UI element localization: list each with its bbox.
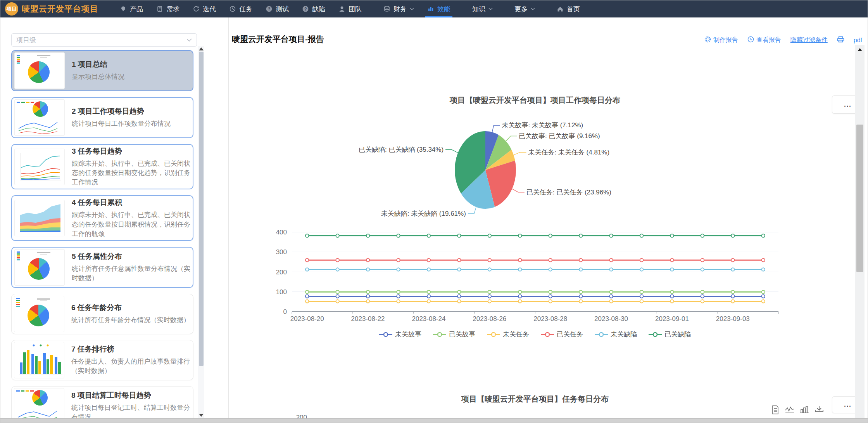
data-point[interactable]	[336, 268, 339, 271]
data-point[interactable]	[609, 258, 613, 262]
data-point[interactable]	[366, 295, 369, 298]
data-point[interactable]	[488, 300, 491, 303]
data-point[interactable]	[336, 300, 339, 303]
scroll-up-arrow[interactable]	[199, 47, 204, 50]
data-point[interactable]	[366, 290, 369, 293]
make-report-link[interactable]: 制作报告	[704, 36, 738, 44]
data-point[interactable]	[427, 290, 430, 293]
data-point[interactable]	[579, 300, 582, 303]
data-point[interactable]	[488, 290, 491, 293]
data-point[interactable]	[579, 234, 582, 237]
data-point[interactable]	[762, 268, 765, 271]
main-scroll-thumb[interactable]	[856, 125, 863, 272]
data-point[interactable]	[549, 295, 552, 298]
report-card-workitem-daily-trend[interactable]: 2 项目工作项每日趋势 统计项目每日工作项数量分布情况	[11, 97, 193, 138]
hide-filter-link[interactable]: 隐藏过滤条件	[790, 36, 828, 44]
data-point[interactable]	[762, 234, 765, 237]
nav-item-more[interactable]: 更多	[508, 0, 542, 17]
report-card-task-age-distribution[interactable]: 6 任务年龄分布 统计所有任务年龄分布情况（实时数据）	[11, 294, 193, 334]
data-point[interactable]	[731, 234, 734, 237]
data-point[interactable]	[366, 300, 369, 303]
data-point[interactable]	[731, 258, 734, 262]
data-point[interactable]	[457, 295, 461, 298]
nav-item-knowledge[interactable]: 知识	[466, 0, 499, 17]
data-point[interactable]	[518, 300, 521, 303]
data-point[interactable]	[609, 268, 613, 271]
data-point[interactable]	[397, 268, 400, 271]
report-card-project-summary[interactable]: 1 项目总结 显示项目总体情况	[11, 50, 193, 91]
nav-item-finance[interactable]: 财务	[377, 0, 421, 17]
legend-item[interactable]: 未关任务	[487, 330, 529, 339]
nav-item-team[interactable]: 团队	[332, 0, 368, 17]
data-point[interactable]	[305, 258, 309, 262]
nav-item-requirement[interactable]: 需求	[150, 0, 186, 17]
data-point[interactable]	[488, 258, 491, 262]
legend-item[interactable]: 已关任务	[541, 330, 583, 339]
nav-item-product[interactable]: 产品	[113, 0, 150, 17]
data-point[interactable]	[305, 290, 309, 293]
data-point[interactable]	[670, 234, 673, 237]
download-icon[interactable]	[814, 405, 824, 416]
data-point[interactable]	[518, 258, 521, 262]
data-point[interactable]	[762, 300, 765, 303]
data-point[interactable]	[731, 300, 734, 303]
data-point[interactable]	[670, 290, 673, 293]
data-point[interactable]	[731, 290, 734, 293]
data-point[interactable]	[549, 234, 552, 237]
report-card-task-ranking[interactable]: 7 任务排行榜 任务提出人、负责人的用户故事数量排行（实时数据）	[11, 340, 193, 380]
data-point[interactable]	[518, 290, 521, 293]
data-point[interactable]	[518, 295, 521, 298]
data-point[interactable]	[305, 300, 309, 303]
data-point[interactable]	[518, 268, 521, 271]
data-point[interactable]	[762, 258, 765, 262]
data-point[interactable]	[397, 290, 400, 293]
data-point[interactable]	[549, 258, 552, 262]
data-point[interactable]	[336, 258, 339, 262]
scroll-down-arrow[interactable]	[199, 414, 204, 417]
data-point[interactable]	[640, 295, 643, 298]
data-point[interactable]	[305, 234, 309, 237]
data-point[interactable]	[366, 234, 369, 237]
data-point[interactable]	[427, 234, 430, 237]
data-point[interactable]	[670, 295, 673, 298]
data-point[interactable]	[488, 268, 491, 271]
data-point[interactable]	[640, 300, 643, 303]
data-point[interactable]	[731, 295, 734, 298]
data-point[interactable]	[336, 290, 339, 293]
data-point[interactable]	[762, 295, 765, 298]
workitem-distribution-chart[interactable]: 未关故事: 未关故事 (7.12%)已关故事: 已关故事 (9.16%)未关任务…	[229, 76, 868, 347]
data-point[interactable]	[305, 268, 309, 271]
data-point[interactable]	[397, 258, 400, 262]
data-point[interactable]	[670, 300, 673, 303]
report-level-select[interactable]: 项目级	[11, 33, 197, 47]
nav-item-task[interactable]: 任务	[223, 0, 259, 17]
data-point[interactable]	[701, 268, 704, 271]
legend-item[interactable]: 已关故事	[433, 330, 475, 339]
report-card-settlement-hours-trend[interactable]: 8 项目结算工时每日趋势 统计项目每日登记工时、结算工时数量分布情况	[11, 386, 193, 419]
data-point[interactable]	[549, 300, 552, 303]
data-point[interactable]	[427, 258, 430, 262]
legend-item[interactable]: 未关故事	[379, 330, 421, 339]
data-view-icon[interactable]	[771, 405, 780, 416]
data-point[interactable]	[640, 258, 643, 262]
data-point[interactable]	[579, 258, 582, 262]
data-point[interactable]	[670, 268, 673, 271]
bar-chart-icon[interactable]	[799, 405, 809, 416]
project-logo[interactable]: 项目	[5, 2, 18, 16]
data-point[interactable]	[701, 290, 704, 293]
data-point[interactable]	[488, 295, 491, 298]
data-point[interactable]	[640, 290, 643, 293]
data-point[interactable]	[457, 268, 461, 271]
data-point[interactable]	[457, 300, 461, 303]
data-point[interactable]	[397, 234, 400, 237]
data-point[interactable]	[609, 234, 613, 237]
data-point[interactable]	[762, 290, 765, 293]
data-point[interactable]	[549, 268, 552, 271]
sidebar-scrollbar[interactable]	[198, 46, 204, 418]
data-point[interactable]	[427, 268, 430, 271]
data-point[interactable]	[579, 268, 582, 271]
legend-item[interactable]: 未关缺陷	[595, 330, 637, 339]
data-point[interactable]	[336, 295, 339, 298]
data-point[interactable]	[457, 258, 461, 262]
data-point[interactable]	[701, 300, 704, 303]
